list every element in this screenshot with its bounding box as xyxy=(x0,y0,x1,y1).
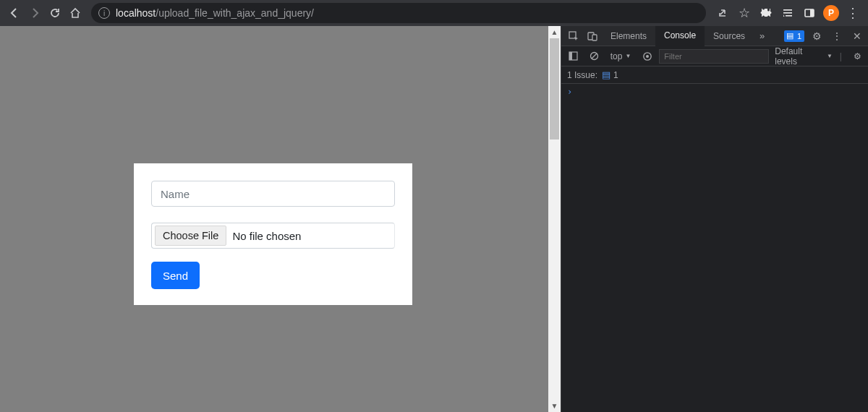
issues-badge-icon: ▤ xyxy=(784,30,796,42)
devtools-tab-bar: Elements Console Sources » ▤ 1 ⚙ ⋮ ✕ xyxy=(561,26,868,46)
nav-forward-button[interactable] xyxy=(25,3,45,23)
console-output[interactable]: › xyxy=(561,84,868,412)
tab-elements[interactable]: Elements xyxy=(602,26,655,46)
upload-form-card: Choose File No file chosen Send xyxy=(134,163,412,305)
issue-item-icon: ▤ xyxy=(602,69,610,80)
scroll-track[interactable] xyxy=(548,38,561,400)
svg-line-11 xyxy=(592,53,597,59)
scroll-thumb[interactable] xyxy=(550,38,559,140)
scroll-down-icon[interactable]: ▼ xyxy=(548,400,561,412)
clear-console-icon[interactable] xyxy=(585,51,603,61)
devtools-panel: Elements Console Sources » ▤ 1 ⚙ ⋮ ✕ xyxy=(561,26,868,412)
address-bar[interactable]: i localhost/upload_file_with_ajax_and_jq… xyxy=(91,3,706,23)
page-viewport: Choose File No file chosen Send ▲ ▼ xyxy=(0,26,561,412)
file-status-text: No file chosen xyxy=(232,230,301,242)
svg-point-13 xyxy=(646,55,649,58)
svg-rect-9 xyxy=(569,52,572,60)
nav-reload-button[interactable] xyxy=(45,3,65,23)
choose-file-button[interactable]: Choose File xyxy=(155,226,226,246)
nav-back-button[interactable] xyxy=(4,3,25,23)
execution-context-select[interactable]: top▼ xyxy=(606,51,636,61)
nav-home-button[interactable] xyxy=(65,3,85,23)
log-levels-select[interactable]: Default levels▼ | xyxy=(772,46,847,66)
issues-bar[interactable]: 1 Issue: ▤ 1 xyxy=(561,66,868,84)
file-input-wrapper[interactable]: Choose File No file chosen xyxy=(151,223,395,249)
page-scrollbar[interactable]: ▲ ▼ xyxy=(548,26,561,412)
reading-list-icon[interactable] xyxy=(777,3,799,23)
console-filter-input[interactable] xyxy=(659,49,769,64)
svg-rect-4 xyxy=(810,9,814,17)
devtools-menu-icon[interactable]: ⋮ xyxy=(829,30,845,42)
share-icon[interactable] xyxy=(712,3,733,23)
tab-sources[interactable]: Sources xyxy=(705,26,754,46)
url-path: /upload_file_with_ajax_and_jquery/ xyxy=(156,7,314,19)
profile-avatar[interactable]: P xyxy=(823,5,839,21)
issues-badge[interactable]: ▤ 1 xyxy=(784,30,804,42)
device-toolbar-icon[interactable] xyxy=(583,26,602,46)
extensions-icon[interactable] xyxy=(755,3,777,23)
dropdown-triangle-icon: ▼ xyxy=(625,53,631,59)
console-prompt-icon: › xyxy=(567,87,572,97)
url-host: localhost xyxy=(116,7,156,19)
browser-menu-icon[interactable]: ⋮ xyxy=(842,3,864,23)
dropdown-triangle-icon: ▼ xyxy=(827,53,833,59)
console-toolbar: top▼ Default levels▼ | ⚙ xyxy=(561,46,868,66)
svg-rect-2 xyxy=(786,15,792,17)
live-expression-icon[interactable] xyxy=(638,51,656,61)
svg-rect-0 xyxy=(783,9,792,11)
svg-rect-1 xyxy=(783,12,792,14)
send-button[interactable]: Send xyxy=(151,262,200,289)
browser-chrome-bar: i localhost/upload_file_with_ajax_and_jq… xyxy=(0,0,868,26)
devtools-settings-icon[interactable]: ⚙ xyxy=(809,30,825,42)
tab-console[interactable]: Console xyxy=(655,26,705,46)
console-settings-icon[interactable]: ⚙ xyxy=(850,51,865,61)
svg-rect-7 xyxy=(592,35,597,40)
content-area: Choose File No file chosen Send ▲ ▼ xyxy=(0,26,868,412)
page-column: Choose File No file chosen Send ▲ ▼ xyxy=(0,26,561,412)
inspect-element-icon[interactable] xyxy=(564,26,583,46)
more-tabs-icon[interactable]: » xyxy=(754,26,770,46)
scroll-up-icon[interactable]: ▲ xyxy=(548,26,561,38)
site-info-icon[interactable]: i xyxy=(98,7,110,19)
console-sidebar-toggle-icon[interactable] xyxy=(564,51,582,61)
bookmark-star-icon[interactable]: ☆ xyxy=(733,3,755,23)
issues-label: 1 Issue: xyxy=(567,70,597,80)
side-panel-icon[interactable] xyxy=(799,3,820,23)
name-input[interactable] xyxy=(151,181,395,207)
devtools-close-icon[interactable]: ✕ xyxy=(849,30,865,42)
issue-count: 1 xyxy=(613,70,618,80)
